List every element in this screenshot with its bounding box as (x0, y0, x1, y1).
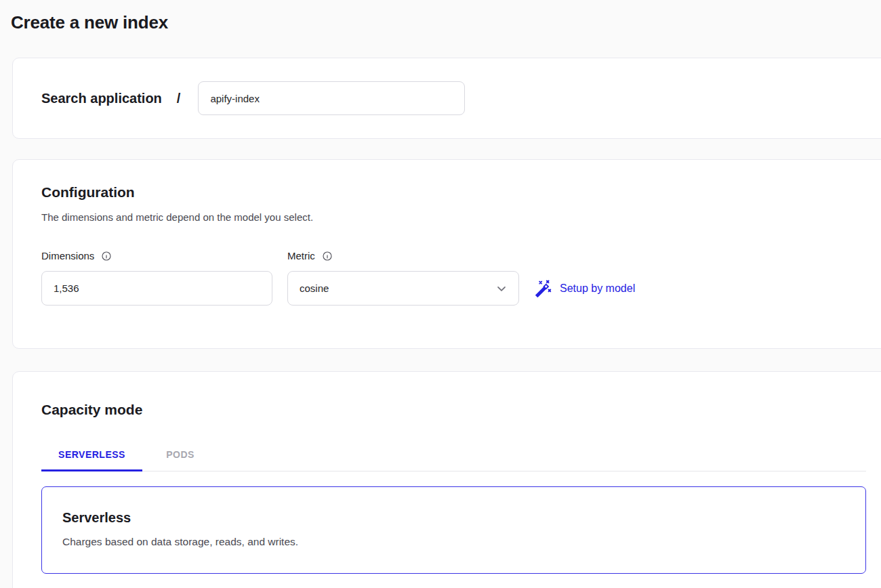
metric-select[interactable]: cosine (287, 271, 519, 306)
chevron-down-icon (495, 282, 508, 295)
capacity-mode-title: Capacity mode (41, 402, 142, 418)
magic-wand-icon (535, 280, 552, 297)
name-separator: / (177, 91, 181, 106)
index-name-input[interactable] (198, 81, 465, 115)
configuration-subtitle: The dimensions and metric depend on the … (41, 211, 313, 223)
dimensions-label-text: Dimensions (41, 250, 94, 261)
serverless-option-card[interactable]: Serverless Charges based on data storage… (41, 486, 866, 574)
info-icon[interactable] (101, 251, 112, 261)
index-name-card: Search application / (12, 58, 881, 139)
info-icon[interactable] (322, 251, 333, 261)
dimensions-input[interactable] (41, 271, 272, 306)
page-title: Create a new index (11, 12, 168, 33)
capacity-mode-card: Capacity mode SERVERLESS PODS Serverless… (12, 371, 881, 588)
metric-label: Metric (287, 250, 333, 261)
setup-by-model-link[interactable]: Setup by model (535, 271, 635, 306)
active-tab-underline (41, 469, 142, 471)
metric-label-text: Metric (287, 250, 315, 261)
serverless-option-description: Charges based on data storage, reads, an… (62, 536, 298, 548)
search-application-label: Search application (41, 91, 162, 106)
setup-by-model-label: Setup by model (560, 282, 635, 295)
configuration-card: Configuration The dimensions and metric … (12, 159, 881, 349)
tab-serverless[interactable]: SERVERLESS (41, 440, 142, 469)
metric-select-value: cosine (300, 282, 329, 294)
serverless-option-title: Serverless (62, 510, 131, 526)
configuration-title: Configuration (41, 184, 135, 201)
tabs-divider (41, 471, 866, 471)
dimensions-label: Dimensions (41, 250, 112, 261)
capacity-tabs: SERVERLESS PODS (41, 440, 218, 469)
tab-pods[interactable]: PODS (142, 440, 218, 469)
